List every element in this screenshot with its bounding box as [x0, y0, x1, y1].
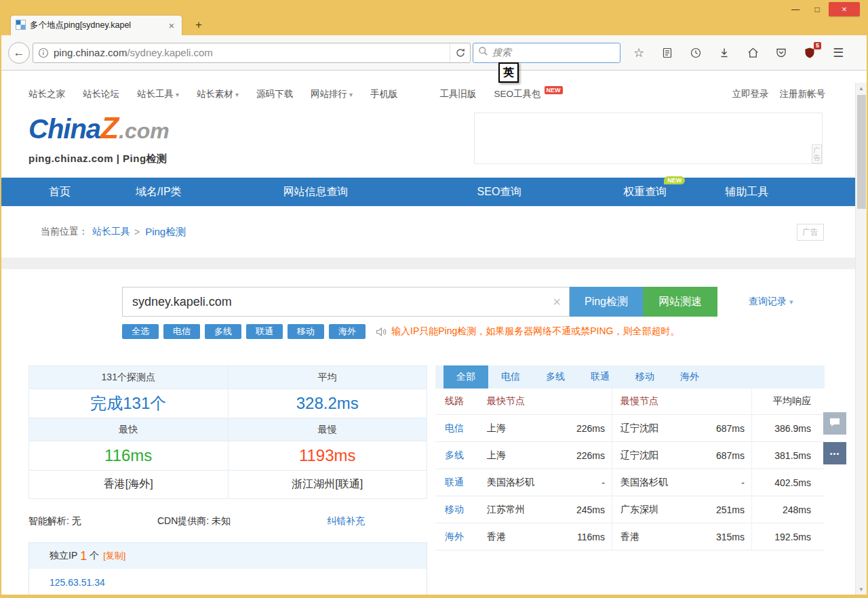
filter-multiline-button[interactable]: 多线: [205, 324, 241, 339]
col-header-fastest: 最快节点: [479, 388, 561, 414]
site-logo[interactable]: ChinaZ.com: [28, 113, 170, 151]
page-viewport: 站长之家 站长论坛 站长工具▾ 站长素材▾ 源码下载 网站排行▾ 手机版 工具旧…: [1, 71, 867, 595]
filter-all-button[interactable]: 全选: [122, 324, 159, 339]
page-info-icon[interactable]: [33, 47, 54, 58]
nav-link-home-site[interactable]: 站长之家: [28, 88, 65, 100]
correction-link[interactable]: 纠错补充: [327, 515, 365, 527]
menu-icon[interactable]: ☰: [824, 41, 852, 64]
main-nav-seo[interactable]: SEO查询: [477, 185, 522, 199]
scroll-down-icon[interactable]: ▼: [856, 584, 867, 595]
nav-link-mobile[interactable]: 手机版: [370, 88, 398, 100]
ip-address-link[interactable]: 125.63.51.34: [50, 577, 105, 588]
main-nav-site-info[interactable]: 网站信息查询: [283, 185, 349, 199]
main-nav-weight[interactable]: 权重查询NEW: [623, 185, 667, 199]
tab-close-icon[interactable]: ×: [166, 20, 177, 31]
downloads-icon[interactable]: [710, 41, 738, 64]
tab-mobile[interactable]: 移动: [623, 365, 667, 388]
minimize-button[interactable]: —: [785, 3, 806, 16]
summary-header-probes: 131个探测点: [29, 366, 229, 389]
site-top-nav: 站长之家 站长论坛 站长工具▾ 站长素材▾ 源码下载 网站排行▾ 手机版 工具旧…: [1, 71, 855, 108]
breadcrumb-link-ping[interactable]: Ping检测: [145, 226, 186, 239]
col-header-line: 线路: [445, 388, 479, 414]
slowest-node: 辽宁沈阳: [612, 442, 698, 469]
result-table-header: 线路 最快节点 最慢节点 平均响应: [435, 388, 825, 415]
speed-test-button[interactable]: 网站测速: [643, 287, 717, 317]
filter-telecom-button[interactable]: 电信: [163, 324, 200, 339]
browser-search-box[interactable]: 搜索: [473, 43, 620, 63]
ping-target-input[interactable]: [123, 287, 569, 316]
browser-tab[interactable]: 多个地点ping[sydney.kapel ×: [11, 16, 182, 35]
tab-all[interactable]: 全部: [443, 365, 488, 388]
new-badge: NEW: [545, 86, 563, 94]
login-link[interactable]: 立即登录: [732, 88, 769, 100]
tab-overseas[interactable]: 海外: [667, 365, 712, 388]
copy-ip-link[interactable]: [复制]: [103, 550, 125, 562]
result-row-mobile: 移动 江苏常州 245ms 广东深圳 251ms 248ms: [435, 496, 825, 523]
scroll-up-icon[interactable]: ▲: [856, 83, 867, 94]
nav-link-ranking[interactable]: 网站排行▾: [311, 88, 353, 100]
filter-unicom-button[interactable]: 联通: [246, 324, 283, 339]
filter-mobile-button[interactable]: 移动: [288, 324, 324, 339]
bookmark-star-icon[interactable]: ☆: [625, 41, 653, 64]
slowest-ms: 251ms: [698, 496, 751, 523]
back-button[interactable]: ←: [8, 42, 30, 64]
fastest-node: 上海: [479, 415, 561, 441]
caret-down-icon: ▾: [176, 91, 179, 98]
window-close-button[interactable]: ×: [829, 2, 860, 16]
tab-multiline[interactable]: 多线: [533, 365, 578, 388]
history-icon[interactable]: [682, 41, 710, 64]
nav-link-seo-pack[interactable]: SEO工具包NEW: [494, 88, 563, 100]
scrollbar-thumb[interactable]: [857, 95, 866, 209]
main-nav-aux-tools[interactable]: 辅助工具: [725, 185, 768, 199]
ad-label: 广告: [797, 224, 824, 241]
breadcrumb-prefix: 当前位置：: [41, 226, 88, 238]
detail-column: 全部 电信 多线 联通 移动 海外 线路 最快节点: [435, 365, 825, 551]
tab-telecom[interactable]: 电信: [488, 365, 533, 388]
slowest-node: 美国洛杉矶: [612, 469, 698, 496]
main-nav-domain-ip[interactable]: 域名/IP类: [136, 185, 182, 199]
url-text: ping.chinaz.com/sydney.kapeli.com: [54, 47, 450, 58]
reload-icon[interactable]: [450, 43, 470, 62]
filter-overseas-button[interactable]: 海外: [329, 324, 366, 339]
nav-link-forum[interactable]: 站长论坛: [83, 88, 119, 100]
line-label: 联通: [445, 469, 479, 496]
summary-slowest-value: 1193ms: [229, 441, 428, 471]
nav-link-materials[interactable]: 站长素材▾: [197, 88, 239, 100]
browser-window: 多个地点ping[sydney.kapel × + — □ × ← ping.c…: [0, 0, 868, 598]
logo-block[interactable]: ChinaZ.com ping.chinaz.com | Ping检测: [28, 113, 170, 178]
result-row-unicom: 联通 美国洛杉矶 - 美国洛杉矶 - 402.5ms: [435, 469, 825, 496]
main-nav-home[interactable]: 首页: [49, 185, 71, 199]
breadcrumb-link-tools[interactable]: 站长工具: [92, 226, 130, 238]
more-button[interactable]: •••: [823, 442, 846, 464]
home-icon[interactable]: [738, 41, 767, 64]
window-controls: — □ ×: [785, 2, 860, 16]
ublock-badge: 5: [814, 42, 821, 49]
clear-input-icon[interactable]: ×: [553, 295, 561, 308]
fastest-ms: 226ms: [561, 442, 612, 469]
fastest-node: 江苏常州: [479, 496, 561, 523]
bookmarks-menu-icon[interactable]: [653, 41, 682, 64]
tab-unicom[interactable]: 联通: [578, 365, 623, 388]
url-path: /sydney.kapeli.com: [127, 47, 212, 58]
slowest-ms: 315ms: [698, 523, 751, 550]
nav-link-tools[interactable]: 站长工具▾: [137, 88, 179, 100]
caret-down-icon: ▾: [349, 91, 353, 98]
ping-notice: 输入IP只能Ping检测，如果服务器网络不通或禁PING，则全部超时。: [391, 325, 679, 338]
fastest-node: 香港: [479, 523, 561, 550]
nav-link-source[interactable]: 源码下载: [256, 88, 293, 100]
pocket-icon[interactable]: [767, 41, 795, 64]
page-scrollbar[interactable]: ▲ ▼: [855, 83, 867, 595]
url-bar[interactable]: ping.chinaz.com/sydney.kapeli.com: [33, 43, 471, 63]
register-link[interactable]: 注册新帐号: [780, 88, 826, 100]
feedback-button[interactable]: [823, 412, 846, 435]
avg-response: 386.9ms: [751, 415, 815, 441]
slowest-node: 香港: [612, 523, 698, 550]
ublock-icon[interactable]: 5: [795, 41, 824, 64]
maximize-button[interactable]: □: [807, 3, 827, 16]
ping-test-button[interactable]: Ping检测: [570, 287, 643, 317]
ping-target-input-wrap: ×: [122, 287, 570, 317]
nav-link-old-tools[interactable]: 工具旧版: [440, 88, 477, 100]
new-tab-button[interactable]: +: [189, 18, 209, 33]
ad-banner[interactable]: 广告: [474, 113, 823, 164]
query-history-link[interactable]: 查询记录▾: [749, 296, 793, 308]
